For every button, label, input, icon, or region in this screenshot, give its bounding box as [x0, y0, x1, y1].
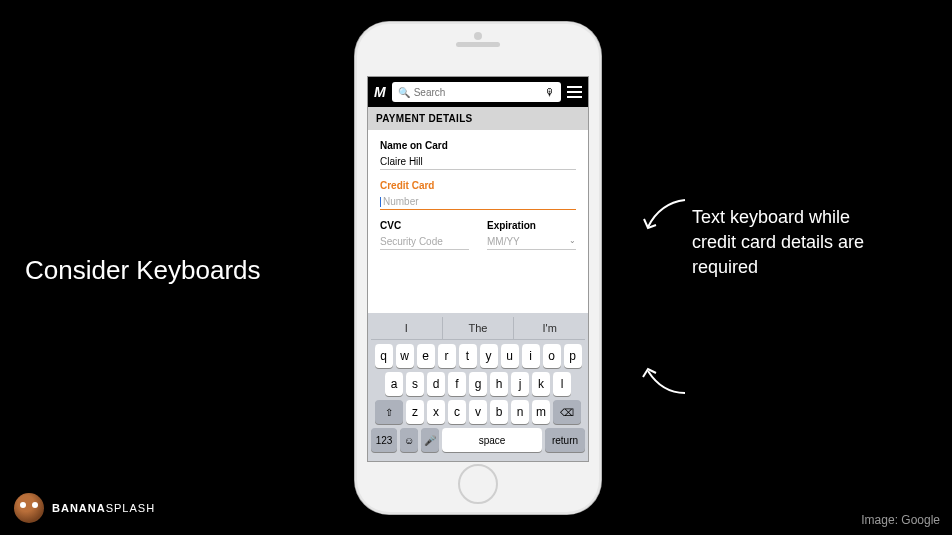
annotation-text: Text keyboard while credit card details …	[692, 205, 872, 281]
search-input[interactable]	[414, 87, 541, 98]
phone-frame: M 🔍 🎙 PAYMENT DETAILS Name on Card Clair…	[355, 22, 601, 514]
key-row-1: qwertyuiop	[371, 344, 585, 368]
exp-input[interactable]: MM/YY⌄	[487, 234, 576, 250]
key-row-3: ⇧zxcvbnm⌫	[371, 400, 585, 424]
chevron-down-icon: ⌄	[569, 236, 576, 245]
search-box[interactable]: 🔍 🎙	[392, 82, 561, 102]
key-q[interactable]: q	[375, 344, 393, 368]
key-x[interactable]: x	[427, 400, 445, 424]
expiration-field[interactable]: Expiration MM/YY⌄	[487, 220, 576, 250]
phone-screen: M 🔍 🎙 PAYMENT DETAILS Name on Card Clair…	[367, 76, 589, 462]
key-j[interactable]: j	[511, 372, 529, 396]
arrow-bottom-icon	[640, 365, 690, 400]
suggestion-2[interactable]: The	[443, 317, 515, 339]
hamburger-icon[interactable]	[567, 86, 582, 98]
key-d[interactable]: d	[427, 372, 445, 396]
space-key[interactable]: space	[442, 428, 542, 452]
suggestion-bar: I The I'm	[371, 317, 585, 340]
key-s[interactable]: s	[406, 372, 424, 396]
key-z[interactable]: z	[406, 400, 424, 424]
key-v[interactable]: v	[469, 400, 487, 424]
monkey-icon	[14, 493, 44, 523]
key-e[interactable]: e	[417, 344, 435, 368]
key-k[interactable]: k	[532, 372, 550, 396]
key-w[interactable]: w	[396, 344, 414, 368]
app-logo[interactable]: M	[374, 84, 386, 100]
exp-label: Expiration	[487, 220, 576, 231]
key-b[interactable]: b	[490, 400, 508, 424]
key-l[interactable]: l	[553, 372, 571, 396]
cvc-label: CVC	[380, 220, 469, 231]
numbers-key[interactable]: 123	[371, 428, 397, 452]
key-t[interactable]: t	[459, 344, 477, 368]
app-topbar: M 🔍 🎙	[368, 77, 588, 107]
payment-form: Name on Card Claire Hill Credit Card Num…	[368, 130, 588, 266]
key-m[interactable]: m	[532, 400, 550, 424]
cc-label: Credit Card	[380, 180, 576, 191]
cc-input[interactable]: Number	[380, 194, 576, 210]
name-label: Name on Card	[380, 140, 576, 151]
ios-keyboard: I The I'm qwertyuiop asdfghjkl ⇧zxcvbnm⌫…	[368, 313, 588, 461]
cvc-field[interactable]: CVC Security Code	[380, 220, 469, 250]
credit-card-field[interactable]: Credit Card Number	[380, 180, 576, 210]
key-f[interactable]: f	[448, 372, 466, 396]
suggestion-1[interactable]: I	[371, 317, 443, 339]
image-credit: Image: Google	[861, 513, 940, 527]
key-u[interactable]: u	[501, 344, 519, 368]
key-c[interactable]: c	[448, 400, 466, 424]
key-h[interactable]: h	[490, 372, 508, 396]
backspace-key[interactable]: ⌫	[553, 400, 581, 424]
name-field[interactable]: Name on Card Claire Hill	[380, 140, 576, 170]
return-key[interactable]: return	[545, 428, 585, 452]
brand-text: BANANASPLASH	[52, 502, 155, 514]
key-a[interactable]: a	[385, 372, 403, 396]
search-icon: 🔍	[398, 87, 410, 98]
key-row-2: asdfghjkl	[371, 372, 585, 396]
slide-title: Consider Keyboards	[25, 255, 261, 286]
key-g[interactable]: g	[469, 372, 487, 396]
cvc-input[interactable]: Security Code	[380, 234, 469, 250]
brand-badge: BANANASPLASH	[14, 493, 155, 523]
arrow-top-icon	[640, 195, 690, 235]
shift-key[interactable]: ⇧	[375, 400, 403, 424]
key-i[interactable]: i	[522, 344, 540, 368]
key-row-4: 123 ☺ 🎤 space return	[371, 428, 585, 452]
name-value[interactable]: Claire Hill	[380, 154, 576, 170]
mic-icon[interactable]: 🎙	[545, 87, 555, 98]
key-y[interactable]: y	[480, 344, 498, 368]
key-r[interactable]: r	[438, 344, 456, 368]
emoji-key[interactable]: ☺	[400, 428, 418, 452]
section-header: PAYMENT DETAILS	[368, 107, 588, 130]
key-o[interactable]: o	[543, 344, 561, 368]
dictation-key[interactable]: 🎤	[421, 428, 439, 452]
home-button-icon	[458, 464, 498, 504]
key-n[interactable]: n	[511, 400, 529, 424]
key-p[interactable]: p	[564, 344, 582, 368]
suggestion-3[interactable]: I'm	[514, 317, 585, 339]
